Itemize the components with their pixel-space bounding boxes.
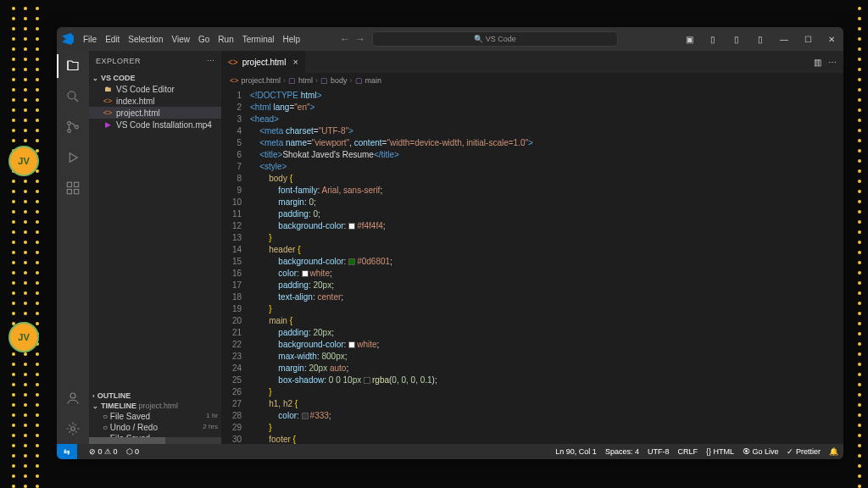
layout-toggle-icon[interactable]: ▣ [677, 27, 701, 51]
timeline-item[interactable]: ○ Undo / Redo2 hrs [89, 422, 221, 433]
close-window-button[interactable]: ✕ [820, 27, 843, 51]
breadcrumb-icon: ▢ [320, 76, 328, 85]
breadcrumb-icon: ▢ [355, 76, 363, 85]
code-editor[interactable]: 1234567891011121314151617181920212223242… [221, 88, 843, 444]
file-item[interactable]: 🖿VS Code Editor [89, 83, 221, 95]
settings-gear-icon[interactable] [64, 420, 81, 437]
svg-point-2 [68, 130, 71, 133]
chevron-down-icon: ⌄ [92, 75, 98, 82]
tab-project-html[interactable]: <> project.html × [221, 51, 306, 73]
tab-close-icon[interactable]: × [292, 57, 298, 67]
chevron-down-icon: ⌄ [92, 402, 98, 410]
layout-toggle-icon[interactable]: ▯ [725, 27, 748, 51]
svg-point-3 [75, 125, 79, 129]
more-actions-icon[interactable]: ⋯ [828, 58, 837, 67]
status-item[interactable]: ⬡ 0 [126, 447, 140, 456]
sidebar: EXPLORER ⋯ ⌄VS CODE 🖿VS Code Editor<>ind… [89, 51, 221, 444]
svg-point-0 [68, 92, 75, 99]
svg-rect-5 [67, 190, 71, 194]
file-item[interactable]: <>index.html [89, 95, 221, 107]
breadcrumb-item[interactable]: project.html [242, 76, 281, 85]
svg-point-9 [71, 427, 75, 431]
file-item[interactable]: ▶VS Code Installation.mp4 [89, 119, 221, 130]
status-item[interactable]: Ln 90, Col 1 [555, 447, 597, 456]
status-item[interactable]: ✓ Prettier [787, 447, 821, 456]
explorer-title: EXPLORER [96, 57, 141, 65]
source-control-icon[interactable] [64, 119, 81, 136]
menu-edit[interactable]: Edit [101, 35, 124, 44]
avatar-badge: JV [8, 146, 39, 176]
layout-toggle-icon[interactable]: ▯ [748, 27, 772, 51]
title-bar: FileEditSelectionViewGoRunTerminalHelp ←… [57, 27, 843, 51]
menu-go[interactable]: Go [194, 35, 214, 44]
menu-terminal[interactable]: Terminal [238, 35, 279, 44]
breadcrumb-icon: <> [230, 76, 239, 85]
timeline-item[interactable]: ○ File Saved1 hr [89, 411, 221, 422]
breadcrumb[interactable]: <>project.html›▢html›▢body›▢main [221, 73, 843, 88]
layout-controls: ▣▯▯▯ [677, 27, 772, 51]
split-editor-icon[interactable]: ▥ [814, 58, 821, 67]
outline-section[interactable]: ›OUTLINE [89, 391, 221, 401]
status-item[interactable]: ⦿ Go Live [743, 447, 779, 456]
chevron-right-icon: › [92, 392, 95, 400]
vscode-window: FileEditSelectionViewGoRunTerminalHelp ←… [57, 27, 843, 459]
breadcrumb-item[interactable]: html [298, 76, 313, 85]
svg-rect-4 [67, 182, 71, 186]
timeline-dot-icon: ○ [103, 412, 108, 421]
status-bar: ⇆ ⊘ 0 ⚠ 0⬡ 0 Ln 90, Col 1Spaces: 4UTF-8C… [57, 444, 843, 459]
activity-bar [57, 51, 89, 444]
minimize-button[interactable]: — [772, 27, 796, 51]
nav-back-icon[interactable]: ← [340, 33, 350, 45]
tab-bar: <> project.html × ▥ ⋯ [221, 51, 843, 73]
debug-icon[interactable] [64, 149, 81, 166]
search-placeholder: VS Code [486, 35, 516, 43]
editor-group: <> project.html × ▥ ⋯ <>project.html›▢ht… [221, 51, 843, 444]
vscode-logo-icon [62, 33, 74, 45]
status-item[interactable]: UTF-8 [648, 447, 670, 456]
file-icon: ▶ [103, 119, 113, 130]
file-icon: <> [103, 96, 113, 106]
explorer-more-icon[interactable]: ⋯ [207, 57, 215, 65]
timeline-dot-icon: ○ [103, 423, 108, 432]
menu-selection[interactable]: Selection [124, 35, 167, 44]
timeline-section[interactable]: ⌄TIMELINE project.html [89, 401, 221, 411]
search-activity-icon[interactable] [64, 88, 81, 105]
file-icon: <> [103, 108, 113, 118]
nav-forward-icon[interactable]: → [355, 33, 365, 45]
menu-help[interactable]: Help [279, 35, 305, 44]
workspace-root[interactable]: ⌄VS CODE [89, 73, 221, 83]
search-icon: 🔍 [474, 35, 483, 43]
status-item[interactable]: Spaces: 4 [605, 447, 639, 456]
breadcrumb-icon: ▢ [288, 76, 296, 85]
layout-toggle-icon[interactable]: ▯ [701, 27, 725, 51]
status-item[interactable]: 🔔 [829, 447, 838, 456]
menu-run[interactable]: Run [214, 35, 237, 44]
menu-bar: FileEditSelectionViewGoRunTerminalHelp [79, 35, 304, 44]
command-center-search[interactable]: 🔍 VS Code [372, 31, 618, 47]
account-icon[interactable] [64, 390, 81, 407]
breadcrumb-item[interactable]: main [365, 76, 382, 85]
code-content[interactable]: <!DOCTYPE html><html lang="en"><head> <m… [250, 88, 843, 444]
file-item[interactable]: <>project.html [89, 107, 221, 119]
remote-indicator[interactable]: ⇆ [57, 444, 77, 459]
status-item[interactable]: CRLF [677, 447, 698, 456]
file-icon: 🖿 [103, 84, 113, 94]
svg-point-8 [70, 393, 75, 398]
status-item[interactable]: {} HTML [706, 447, 734, 456]
menu-file[interactable]: File [79, 35, 101, 44]
extensions-icon[interactable] [64, 180, 81, 197]
horizontal-scrollbar[interactable] [89, 437, 221, 444]
maximize-button[interactable]: ☐ [796, 27, 820, 51]
svg-rect-6 [75, 190, 79, 194]
avatar-badge: JV [8, 322, 39, 352]
menu-view[interactable]: View [168, 35, 195, 44]
svg-point-1 [68, 122, 71, 125]
line-gutter: 1234567891011121314151617181920212223242… [221, 88, 250, 444]
breadcrumb-item[interactable]: body [331, 76, 348, 85]
html-file-icon: <> [228, 58, 238, 67]
status-item[interactable]: ⊘ 0 ⚠ 0 [89, 447, 118, 456]
tab-label: project.html [242, 58, 287, 67]
nav-controls: ← → [340, 33, 365, 45]
svg-rect-7 [75, 182, 79, 186]
explorer-icon[interactable] [64, 58, 81, 75]
